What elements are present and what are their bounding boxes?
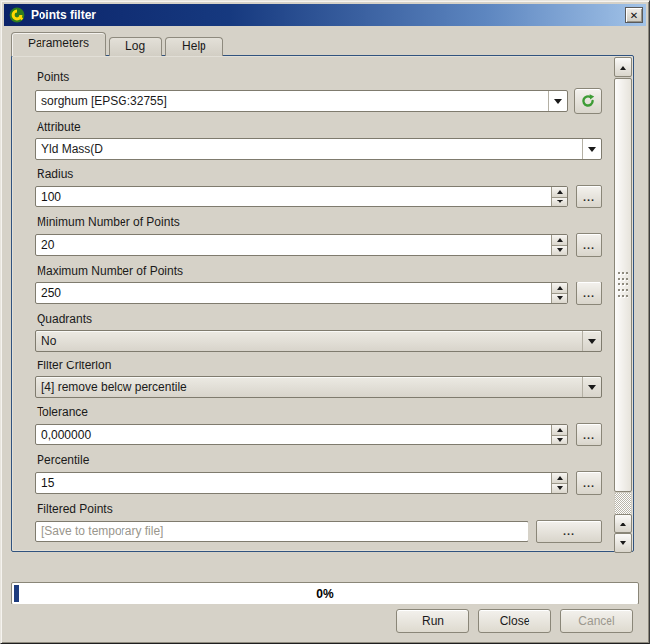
dialog-buttons: Run Close Cancel	[396, 609, 633, 633]
spin-up-button[interactable]	[552, 283, 567, 294]
percentile-spin-buttons	[551, 473, 567, 493]
arrow-up-icon	[557, 283, 563, 290]
arrow-up-icon	[557, 235, 563, 242]
spin-down-button[interactable]	[552, 294, 567, 304]
progress-text: 0%	[12, 583, 638, 604]
arrow-down-icon	[557, 486, 563, 493]
points-label: Points	[37, 70, 602, 84]
tab-help[interactable]: Help	[165, 37, 223, 56]
filtered-points-input[interactable]	[35, 521, 528, 542]
points-filter-dialog: Points filter ✕ Parameters Log Help Poin…	[0, 0, 650, 644]
tolerance-spin-buttons	[551, 425, 567, 444]
tolerance-input[interactable]	[36, 425, 551, 444]
percentile-label: Percentile	[37, 453, 602, 467]
tolerance-label: Tolerance	[37, 405, 602, 419]
run-button[interactable]: Run	[396, 609, 469, 633]
tab-parameters[interactable]: Parameters	[11, 32, 106, 56]
max-points-browse-button[interactable]: ...	[576, 282, 602, 305]
arrow-down-icon	[557, 296, 563, 303]
chevron-down-icon	[588, 339, 596, 348]
max-points-spinbox	[35, 282, 568, 304]
grip-dots-icon	[618, 272, 628, 299]
filter-criterion-combobox-arrow[interactable]	[582, 377, 601, 397]
filtered-points-label: Filtered Points	[37, 502, 602, 516]
radius-browse-button[interactable]: ...	[576, 185, 602, 208]
arrow-up-icon	[620, 520, 626, 526]
quadrants-combobox-value: No	[36, 334, 582, 348]
max-points-input[interactable]	[36, 283, 551, 303]
spin-down-button[interactable]	[552, 198, 567, 207]
quadrants-combobox-arrow[interactable]	[582, 331, 601, 351]
spin-up-button[interactable]	[552, 425, 567, 436]
filtered-points-browse-button[interactable]: ...	[536, 520, 602, 543]
min-points-input[interactable]	[36, 235, 551, 255]
min-points-spinbox	[35, 234, 568, 256]
radius-input[interactable]	[36, 187, 551, 206]
attribute-combobox-arrow[interactable]	[582, 139, 601, 159]
filter-criterion-label: Filter Criterion	[37, 359, 602, 372]
vertical-scrollbar	[614, 57, 632, 550]
tab-bar: Parameters Log Help	[11, 32, 226, 56]
arrow-up-icon	[620, 63, 626, 70]
points-combobox-arrow[interactable]	[548, 91, 567, 111]
arrow-up-icon	[557, 473, 563, 480]
attribute-combobox-value: Yld Mass(D	[36, 142, 582, 156]
iterate-layer-button[interactable]	[574, 88, 602, 114]
cancel-button[interactable]: Cancel	[560, 609, 633, 633]
scrollbar-thumb[interactable]	[614, 78, 632, 492]
window-title: Points filter	[31, 8, 625, 22]
close-button[interactable]: Close	[478, 609, 551, 633]
quadrants-combobox[interactable]: No	[35, 330, 602, 352]
tab-log[interactable]: Log	[109, 37, 162, 56]
title-bar: Points filter ✕	[4, 4, 646, 26]
tolerance-browse-button[interactable]: ...	[576, 423, 602, 446]
spin-up-button[interactable]	[552, 473, 567, 484]
iterate-icon	[580, 93, 596, 109]
max-points-spin-buttons	[551, 283, 567, 303]
attribute-combobox[interactable]: Yld Mass(D	[35, 138, 602, 160]
arrow-down-icon	[557, 248, 563, 255]
arrow-down-icon	[620, 541, 626, 548]
spin-down-button[interactable]	[552, 484, 567, 494]
chevron-down-icon	[588, 385, 596, 394]
filter-criterion-combobox[interactable]: [4] remove below percentile	[35, 376, 602, 398]
spin-down-button[interactable]	[552, 436, 567, 445]
close-window-button[interactable]: ✕	[625, 7, 643, 23]
min-points-browse-button[interactable]: ...	[576, 233, 602, 257]
filter-criterion-combobox-value: [4] remove below percentile	[36, 380, 582, 394]
qgis-app-icon	[9, 7, 25, 23]
quadrants-label: Quadrants	[37, 312, 602, 326]
min-points-label: Minimum Number of Points	[37, 215, 602, 229]
scrollbar-up-button-bottom[interactable]	[614, 514, 632, 533]
radius-label: Radius	[37, 167, 602, 181]
max-points-label: Maximum Number of Points	[37, 264, 602, 278]
tolerance-spinbox	[35, 424, 568, 445]
spin-up-button[interactable]	[552, 235, 567, 246]
percentile-spinbox	[35, 472, 568, 494]
scrollbar-up-button[interactable]	[614, 57, 632, 77]
radius-spinbox	[35, 186, 568, 207]
min-points-spin-buttons	[551, 235, 567, 255]
scrollbar-track[interactable]	[615, 493, 631, 515]
spin-up-button[interactable]	[552, 187, 567, 198]
progress-bar: 0%	[11, 582, 639, 604]
percentile-browse-button[interactable]: ...	[576, 471, 602, 495]
chevron-down-icon	[588, 147, 596, 156]
radius-spin-buttons	[551, 187, 567, 206]
attribute-label: Attribute	[37, 121, 602, 134]
chevron-down-icon	[554, 99, 562, 108]
arrow-down-icon	[557, 438, 563, 444]
spin-down-button[interactable]	[552, 246, 567, 256]
arrow-up-icon	[557, 187, 563, 194]
arrow-up-icon	[557, 425, 563, 432]
close-icon: ✕	[630, 10, 638, 21]
percentile-input[interactable]	[36, 473, 551, 493]
scrollbar-down-button[interactable]	[614, 533, 632, 553]
parameters-panel: Points sorghum [EPSG:32755] Attribute Yl…	[11, 55, 634, 552]
points-combobox-value: sorghum [EPSG:32755]	[36, 94, 548, 108]
points-combobox[interactable]: sorghum [EPSG:32755]	[35, 90, 568, 112]
parameters-form: Points sorghum [EPSG:32755] Attribute Yl…	[13, 57, 613, 550]
arrow-down-icon	[557, 200, 563, 206]
